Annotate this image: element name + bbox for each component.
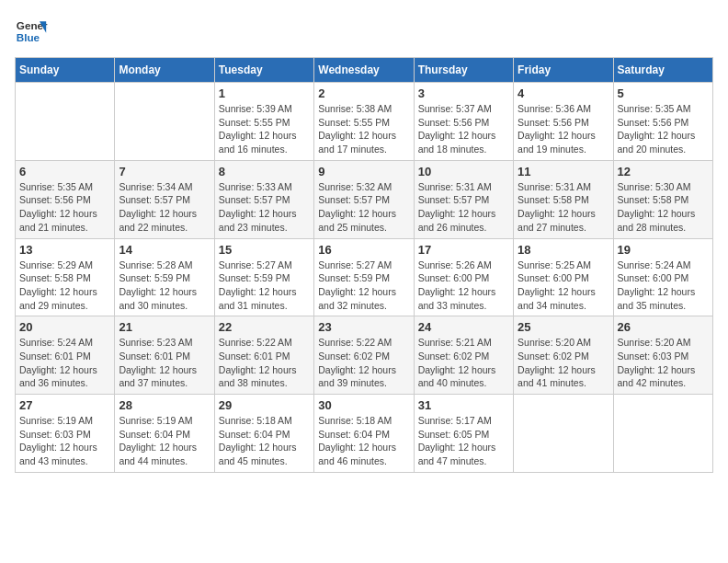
calendar-cell: 30Sunrise: 5:18 AM Sunset: 6:04 PM Dayli… (314, 395, 414, 473)
day-info: Sunrise: 5:24 AM Sunset: 6:00 PM Dayligh… (618, 259, 709, 313)
day-number: 13 (19, 243, 110, 257)
day-number: 28 (119, 398, 210, 412)
day-info: Sunrise: 5:23 AM Sunset: 6:01 PM Dayligh… (119, 336, 210, 390)
day-number: 20 (19, 320, 110, 334)
calendar-cell: 8Sunrise: 5:33 AM Sunset: 5:57 PM Daylig… (214, 160, 313, 238)
day-info: Sunrise: 5:36 AM Sunset: 5:56 PM Dayligh… (518, 102, 609, 156)
calendar-cell: 5Sunrise: 5:35 AM Sunset: 5:56 PM Daylig… (613, 83, 712, 161)
day-info: Sunrise: 5:35 AM Sunset: 5:56 PM Dayligh… (618, 102, 709, 156)
calendar-cell: 6Sunrise: 5:35 AM Sunset: 5:56 PM Daylig… (16, 160, 115, 238)
logo-icon: General Blue (15, 15, 48, 48)
calendar-cell: 18Sunrise: 5:25 AM Sunset: 6:00 PM Dayli… (514, 238, 613, 316)
calendar-cell: 31Sunrise: 5:17 AM Sunset: 6:05 PM Dayli… (414, 395, 513, 473)
day-number: 1 (219, 86, 310, 100)
day-number: 27 (19, 398, 110, 412)
calendar-cell: 21Sunrise: 5:23 AM Sunset: 6:01 PM Dayli… (115, 316, 214, 395)
calendar-cell: 27Sunrise: 5:19 AM Sunset: 6:03 PM Dayli… (16, 395, 115, 473)
day-number: 25 (518, 320, 609, 334)
day-number: 11 (518, 165, 609, 178)
calendar-cell: 15Sunrise: 5:27 AM Sunset: 5:59 PM Dayli… (214, 238, 313, 316)
calendar-week-4: 20Sunrise: 5:24 AM Sunset: 6:01 PM Dayli… (16, 316, 713, 395)
day-number: 8 (219, 165, 310, 178)
day-info: Sunrise: 5:32 AM Sunset: 5:57 PM Dayligh… (318, 180, 409, 235)
day-number: 15 (219, 243, 310, 257)
calendar-cell: 10Sunrise: 5:31 AM Sunset: 5:57 PM Dayli… (414, 160, 513, 238)
day-info: Sunrise: 5:20 AM Sunset: 6:02 PM Dayligh… (518, 336, 609, 390)
column-header-tuesday: Tuesday (214, 58, 313, 83)
day-number: 26 (618, 320, 709, 334)
calendar-cell: 12Sunrise: 5:30 AM Sunset: 5:58 PM Dayli… (613, 160, 712, 238)
day-info: Sunrise: 5:28 AM Sunset: 5:59 PM Dayligh… (119, 259, 210, 313)
day-number: 23 (318, 320, 409, 334)
calendar-week-5: 27Sunrise: 5:19 AM Sunset: 6:03 PM Dayli… (16, 395, 713, 473)
page-header: General Blue (15, 15, 713, 48)
calendar-week-3: 13Sunrise: 5:29 AM Sunset: 5:58 PM Dayli… (16, 238, 713, 316)
day-info: Sunrise: 5:19 AM Sunset: 6:04 PM Dayligh… (119, 414, 210, 468)
calendar-cell: 23Sunrise: 5:22 AM Sunset: 6:02 PM Dayli… (314, 316, 414, 395)
day-info: Sunrise: 5:29 AM Sunset: 5:58 PM Dayligh… (19, 259, 110, 313)
day-info: Sunrise: 5:27 AM Sunset: 5:59 PM Dayligh… (219, 259, 310, 313)
day-number: 30 (318, 398, 409, 412)
day-number: 2 (318, 86, 409, 100)
calendar-cell: 29Sunrise: 5:18 AM Sunset: 6:04 PM Dayli… (214, 395, 313, 473)
logo: General Blue (15, 15, 48, 48)
day-info: Sunrise: 5:19 AM Sunset: 6:03 PM Dayligh… (19, 414, 110, 468)
calendar-cell: 4Sunrise: 5:36 AM Sunset: 5:56 PM Daylig… (514, 83, 613, 161)
column-header-thursday: Thursday (414, 58, 513, 83)
column-header-wednesday: Wednesday (314, 58, 414, 83)
calendar-cell: 20Sunrise: 5:24 AM Sunset: 6:01 PM Dayli… (16, 316, 115, 395)
calendar-header-row: SundayMondayTuesdayWednesdayThursdayFrid… (16, 58, 713, 83)
calendar-cell: 24Sunrise: 5:21 AM Sunset: 6:02 PM Dayli… (414, 316, 513, 395)
calendar-cell: 3Sunrise: 5:37 AM Sunset: 5:56 PM Daylig… (414, 83, 513, 161)
calendar-cell: 19Sunrise: 5:24 AM Sunset: 6:00 PM Dayli… (613, 238, 712, 316)
day-info: Sunrise: 5:31 AM Sunset: 5:58 PM Dayligh… (518, 180, 609, 235)
day-info: Sunrise: 5:30 AM Sunset: 5:58 PM Dayligh… (618, 180, 709, 235)
day-info: Sunrise: 5:35 AM Sunset: 5:56 PM Dayligh… (19, 180, 110, 235)
column-header-monday: Monday (115, 58, 214, 83)
calendar-cell: 11Sunrise: 5:31 AM Sunset: 5:58 PM Dayli… (514, 160, 613, 238)
calendar-cell: 9Sunrise: 5:32 AM Sunset: 5:57 PM Daylig… (314, 160, 414, 238)
calendar-cell (115, 83, 214, 161)
day-number: 10 (418, 165, 509, 178)
day-info: Sunrise: 5:20 AM Sunset: 6:03 PM Dayligh… (618, 336, 709, 390)
calendar-cell (16, 83, 115, 161)
day-number: 19 (618, 243, 709, 257)
calendar-cell: 22Sunrise: 5:22 AM Sunset: 6:01 PM Dayli… (214, 316, 313, 395)
day-number: 12 (618, 165, 709, 178)
day-number: 31 (418, 398, 509, 412)
day-number: 6 (19, 165, 110, 178)
day-number: 21 (119, 320, 210, 334)
calendar-cell: 25Sunrise: 5:20 AM Sunset: 6:02 PM Dayli… (514, 316, 613, 395)
day-info: Sunrise: 5:21 AM Sunset: 6:02 PM Dayligh… (418, 336, 509, 390)
day-info: Sunrise: 5:27 AM Sunset: 5:59 PM Dayligh… (318, 259, 409, 313)
day-info: Sunrise: 5:38 AM Sunset: 5:55 PM Dayligh… (318, 102, 409, 156)
day-info: Sunrise: 5:31 AM Sunset: 5:57 PM Dayligh… (418, 180, 509, 235)
column-header-saturday: Saturday (613, 58, 712, 83)
day-info: Sunrise: 5:18 AM Sunset: 6:04 PM Dayligh… (318, 414, 409, 468)
calendar-cell: 16Sunrise: 5:27 AM Sunset: 5:59 PM Dayli… (314, 238, 414, 316)
day-number: 9 (318, 165, 409, 178)
svg-text:Blue: Blue (17, 31, 40, 43)
calendar-cell: 2Sunrise: 5:38 AM Sunset: 5:55 PM Daylig… (314, 83, 414, 161)
column-header-friday: Friday (514, 58, 613, 83)
day-number: 14 (119, 243, 210, 257)
calendar-cell: 7Sunrise: 5:34 AM Sunset: 5:57 PM Daylig… (115, 160, 214, 238)
calendar-cell (514, 395, 613, 473)
day-number: 4 (518, 86, 609, 100)
day-number: 22 (219, 320, 310, 334)
day-info: Sunrise: 5:37 AM Sunset: 5:56 PM Dayligh… (418, 102, 509, 156)
day-number: 7 (119, 165, 210, 178)
calendar-cell: 13Sunrise: 5:29 AM Sunset: 5:58 PM Dayli… (16, 238, 115, 316)
calendar-cell: 17Sunrise: 5:26 AM Sunset: 6:00 PM Dayli… (414, 238, 513, 316)
day-info: Sunrise: 5:18 AM Sunset: 6:04 PM Dayligh… (219, 414, 310, 468)
day-number: 17 (418, 243, 509, 257)
day-number: 18 (518, 243, 609, 257)
calendar-cell: 26Sunrise: 5:20 AM Sunset: 6:03 PM Dayli… (613, 316, 712, 395)
day-info: Sunrise: 5:39 AM Sunset: 5:55 PM Dayligh… (219, 102, 310, 156)
day-info: Sunrise: 5:33 AM Sunset: 5:57 PM Dayligh… (219, 180, 310, 235)
calendar-week-2: 6Sunrise: 5:35 AM Sunset: 5:56 PM Daylig… (16, 160, 713, 238)
day-number: 29 (219, 398, 310, 412)
day-info: Sunrise: 5:22 AM Sunset: 6:01 PM Dayligh… (219, 336, 310, 390)
day-number: 3 (418, 86, 509, 100)
day-info: Sunrise: 5:26 AM Sunset: 6:00 PM Dayligh… (418, 259, 509, 313)
